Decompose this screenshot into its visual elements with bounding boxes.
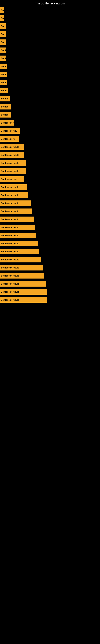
bar-row: Bottleneck result [0,240,100,248]
bar-row: Bottl [0,78,100,86]
bottleneck-bar: Bottleneck result [0,257,41,262]
bar-row: Bottleneck result [0,183,100,191]
bar-row: Bottleneck result [0,151,100,159]
bottleneck-bar: Bottleneck result [0,297,47,303]
bar-row: Bottleneck result [0,224,100,232]
bottleneck-bar: Bottleneck r [0,120,14,126]
bottleneck-bar: Bott [0,23,6,29]
bar-row: Bottleneck result [0,232,100,240]
bar-row: Bottleneck result [0,215,100,224]
site-title: TheBottlenecker.com [0,0,100,6]
bottleneck-bar: Bottleneck result [0,208,32,214]
bar-row: Bottleneck result [0,272,100,280]
bottleneck-bar: Bo [0,15,3,21]
bottleneck-bar: Bo [0,7,3,13]
bottleneck-bar: Bottleneck re [0,136,19,142]
bar-row: Bottleneck resu [0,175,100,183]
bar-row: Bottleneck result [0,167,100,175]
bottleneck-bar: Bottleneck result [0,241,38,246]
bar-row: Bottleneck result [0,296,100,304]
bottleneck-bar: Bottleneck result [0,273,44,278]
bar-row: Bottleneck result [0,248,100,256]
bar-row: Bottleneck result [0,159,100,167]
bottleneck-bar: Bottl [0,72,7,77]
bottleneck-bar: Bottl [0,64,7,69]
bottleneck-bar: Bottleneck result [0,144,24,150]
bar-row: Bottlen [0,94,100,103]
bottleneck-bar: Bottlen [0,96,10,102]
bottleneck-bar: Bottleneck result [0,224,35,230]
bottleneck-bar: Bottleneck result [0,160,26,166]
bottleneck-bar: Bottleneck result [0,289,47,295]
bottleneck-bar: Bottleneck result [0,249,39,254]
bottleneck-bar: Bottle [0,88,8,94]
bar-row: Bott [0,38,100,46]
bar-row: Bottleneck resu [0,127,100,135]
bar-row: Bottle [0,86,100,94]
bottleneck-bar: Bottlen [0,104,11,110]
bottleneck-bar: Bottleneck result [0,192,28,198]
bar-row: Bo [0,6,100,14]
bar-row: Bott [0,30,100,38]
bottleneck-bar: Bott [0,32,6,37]
bar-row: Bottleneck result [0,143,100,151]
bottleneck-bar: Bottlen [0,112,11,118]
bar-row: Bottleneck re [0,135,100,143]
bar-row: Bottlen [0,111,100,119]
bar-row: Bottlen [0,103,100,111]
bottleneck-bar: Bott [0,40,6,45]
bar-row: Bottleneck result [0,199,100,207]
bar-row: Bottl [0,54,100,62]
bottleneck-bar: Bottleneck result [0,281,46,286]
bar-row: Bottl [0,46,100,54]
bottleneck-bar: Bottleneck result [0,168,26,174]
bar-row: Bottleneck r [0,119,100,127]
bottleneck-bar: Bottleneck result [0,233,36,238]
bar-row: Bottleneck result [0,207,100,215]
bar-row: Bottl [0,70,100,78]
bottleneck-bar: Bottleneck result [0,265,43,270]
bar-row: Bottleneck result [0,191,100,199]
bottleneck-bar: Bottl [0,56,6,61]
bottleneck-bar: Bottleneck resu [0,176,24,182]
bar-row: Bo [0,14,100,22]
bottleneck-bar: Bottleneck result [0,184,27,190]
bottleneck-bar: Bottl [0,80,7,85]
bar-row: Bottleneck result [0,280,100,288]
bottleneck-bar: Bottl [0,48,6,53]
bar-row: Bott [0,22,100,30]
bar-row: Bottleneck result [0,264,100,272]
bar-row: Bottl [0,62,100,70]
bottleneck-bar: Bottleneck result [0,200,31,206]
bottleneck-bar: Bottleneck result [0,216,34,222]
bar-row: Bottleneck result [0,288,100,296]
bar-row: Bottleneck result [0,256,100,264]
bottleneck-bar: Bottleneck result [0,152,24,158]
bottleneck-bar: Bottleneck resu [0,128,20,134]
